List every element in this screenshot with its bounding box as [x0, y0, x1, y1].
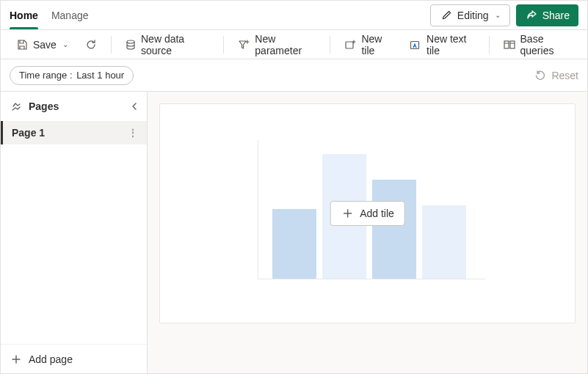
page-item-label: Page 1 [12, 127, 45, 139]
funnel-plus-icon [237, 38, 250, 51]
app-root: Home Manage Editing ⌄ Share Save ⌄ [0, 0, 588, 374]
new-text-tile-label: New text tile [427, 33, 476, 56]
save-button[interactable]: Save ⌄ [10, 33, 74, 56]
chevron-down-icon: ⌄ [495, 11, 501, 19]
toolbar: Save ⌄ New data source New parameter [1, 30, 587, 59]
reset-button[interactable]: Reset [534, 69, 578, 82]
editing-mode-label: Editing [457, 10, 489, 21]
editing-mode-button[interactable]: Editing ⌄ [430, 4, 510, 26]
new-parameter-label: New parameter [255, 33, 316, 56]
collapse-pane-button[interactable] [131, 103, 138, 110]
new-data-source-button[interactable]: New data source [119, 33, 217, 56]
pencil-icon [440, 9, 453, 22]
page-item[interactable]: Page 1 ⋮ [1, 121, 147, 144]
base-queries-icon [503, 38, 516, 51]
svg-rect-3 [504, 41, 509, 48]
chevron-down-icon: ⌄ [62, 40, 68, 48]
share-label: Share [542, 10, 570, 21]
placeholder-bar [422, 205, 466, 279]
plus-icon [341, 207, 354, 220]
reset-icon [534, 69, 547, 82]
add-page-label: Add page [29, 353, 73, 365]
add-tile-label: Add tile [360, 208, 394, 219]
database-icon [125, 38, 137, 51]
tab-home-label: Home [10, 10, 38, 21]
base-queries-label: Base queries [520, 33, 573, 56]
header-row: Home Manage Editing ⌄ Share [1, 1, 587, 30]
pages-header: Pages [1, 92, 147, 121]
placeholder-bar [372, 180, 416, 279]
page-list: Page 1 ⋮ [1, 121, 147, 344]
pages-icon [10, 100, 23, 113]
tab-manage[interactable]: Manage [51, 1, 89, 29]
divider [330, 36, 330, 54]
new-data-source-label: New data source [141, 33, 210, 56]
new-parameter-button[interactable]: New parameter [231, 33, 322, 56]
add-tile-button[interactable]: Add tile [330, 201, 405, 226]
placeholder-chart: Add tile [258, 147, 478, 279]
tab-manage-label: Manage [51, 10, 89, 21]
svg-rect-4 [510, 41, 515, 48]
save-icon [15, 38, 29, 51]
refresh-icon [84, 38, 98, 51]
divider [223, 36, 224, 54]
share-button[interactable]: Share [516, 4, 578, 26]
page-item-more-button[interactable]: ⋮ [125, 127, 141, 139]
empty-tile-card: Add tile [159, 103, 576, 323]
time-range-chip[interactable]: Time range : Last 1 hour [10, 66, 134, 85]
save-label: Save [33, 39, 57, 51]
share-icon [525, 9, 538, 22]
axis-y [258, 140, 258, 279]
pages-title: Pages [29, 100, 125, 112]
main: Pages Page 1 ⋮ Add page [1, 92, 587, 373]
placeholder-bar [272, 209, 316, 279]
new-tile-label: New tile [361, 33, 393, 56]
tab-home[interactable]: Home [10, 1, 38, 29]
base-queries-button[interactable]: Base queries [497, 33, 579, 56]
text-tile-icon [409, 38, 422, 51]
axis-x [258, 279, 485, 279]
add-page-button[interactable]: Add page [1, 344, 147, 373]
plus-icon [10, 353, 23, 366]
new-text-tile-button[interactable]: New text tile [403, 33, 482, 56]
filter-row: Time range : Last 1 hour Reset [1, 59, 587, 92]
reset-label: Reset [551, 70, 578, 81]
new-tile-button[interactable]: New tile [338, 33, 399, 56]
canvas: Add tile [148, 92, 587, 373]
svg-point-0 [127, 40, 134, 43]
divider [489, 36, 490, 54]
divider [111, 36, 112, 54]
pages-pane: Pages Page 1 ⋮ Add page [1, 92, 148, 373]
tabs: Home Manage [10, 1, 89, 29]
svg-rect-1 [346, 42, 353, 48]
refresh-button[interactable] [79, 33, 104, 56]
tile-plus-icon [344, 38, 357, 51]
time-range-value: Last 1 hour [76, 70, 124, 81]
time-range-label: Time range : [19, 70, 73, 81]
